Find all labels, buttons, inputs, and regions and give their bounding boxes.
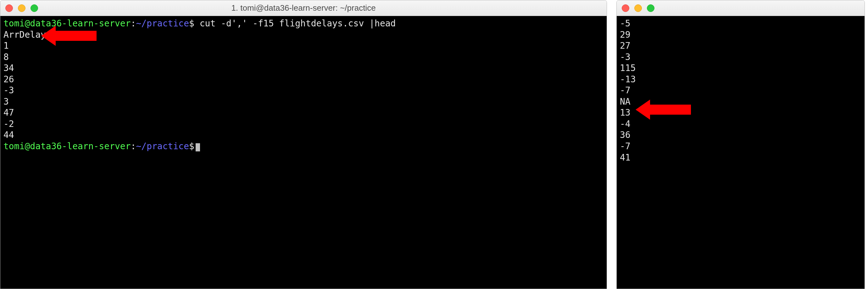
command-text: cut -d',' -f15 flightdelays.csv |head — [194, 18, 396, 29]
output-line: 26 — [3, 74, 603, 85]
output-line: -3 — [620, 51, 861, 63]
arrow-annotation-icon — [41, 26, 97, 46]
output-line: 27 — [620, 40, 861, 51]
output-line: 41 — [620, 152, 861, 164]
terminal-window-left: 1. tomi@data36-learn-server: ~/practice … — [0, 0, 607, 289]
titlebar[interactable] — [617, 0, 865, 16]
output-line: -3 — [3, 85, 603, 96]
arrow-head-icon — [41, 26, 56, 46]
output-line: 3 — [3, 96, 603, 107]
prompt-path: ~/practice — [136, 18, 189, 29]
terminal-window-right: -5 29 27 -3 115 -13 -7 NA 13 -4 36 -7 41 — [616, 0, 865, 289]
output-line: 36 — [620, 130, 861, 141]
output-line: -5 — [620, 18, 861, 29]
prompt-dollar: $ — [189, 141, 194, 151]
prompt-colon: : — [131, 18, 136, 29]
window-title: 1. tomi@data36-learn-server: ~/practice — [231, 3, 375, 13]
output-line: 34 — [3, 63, 603, 74]
output-line: 115 — [620, 63, 861, 74]
cursor-icon — [196, 143, 200, 151]
output-line: -4 — [620, 118, 861, 130]
maximize-icon[interactable] — [647, 4, 654, 12]
terminal-body[interactable]: -5 29 27 -3 115 -13 -7 NA 13 -4 36 -7 41 — [617, 16, 865, 289]
prompt-dollar: $ — [189, 18, 194, 29]
arrow-shaft-icon — [56, 31, 97, 41]
minimize-icon[interactable] — [634, 4, 642, 12]
prompt-user-host: tomi@data36-learn-server — [3, 141, 131, 151]
prompt-line-empty: tomi@data36-learn-server:~/practice$ — [3, 141, 603, 152]
output-line: 44 — [3, 130, 603, 141]
output-line: 8 — [3, 51, 603, 63]
close-icon[interactable] — [622, 4, 629, 12]
close-icon[interactable] — [5, 4, 13, 12]
output-line: -7 — [620, 141, 861, 152]
titlebar[interactable]: 1. tomi@data36-learn-server: ~/practice — [0, 0, 607, 16]
output-line: -2 — [3, 118, 603, 130]
arrow-annotation-icon — [636, 100, 691, 120]
output-line: -7 — [620, 85, 861, 96]
traffic-lights — [5, 4, 38, 12]
prompt-colon: : — [131, 141, 136, 151]
traffic-lights — [622, 4, 654, 12]
output-line: -13 — [620, 74, 861, 85]
maximize-icon[interactable] — [31, 4, 38, 12]
output-line: 47 — [3, 107, 603, 118]
arrow-head-icon — [636, 100, 650, 120]
terminal-body[interactable]: tomi@data36-learn-server:~/practice$ cut… — [0, 16, 607, 289]
arrow-shaft-icon — [650, 105, 691, 115]
minimize-icon[interactable] — [18, 4, 26, 12]
output-line: 29 — [620, 29, 861, 40]
prompt-path: ~/practice — [136, 141, 189, 151]
